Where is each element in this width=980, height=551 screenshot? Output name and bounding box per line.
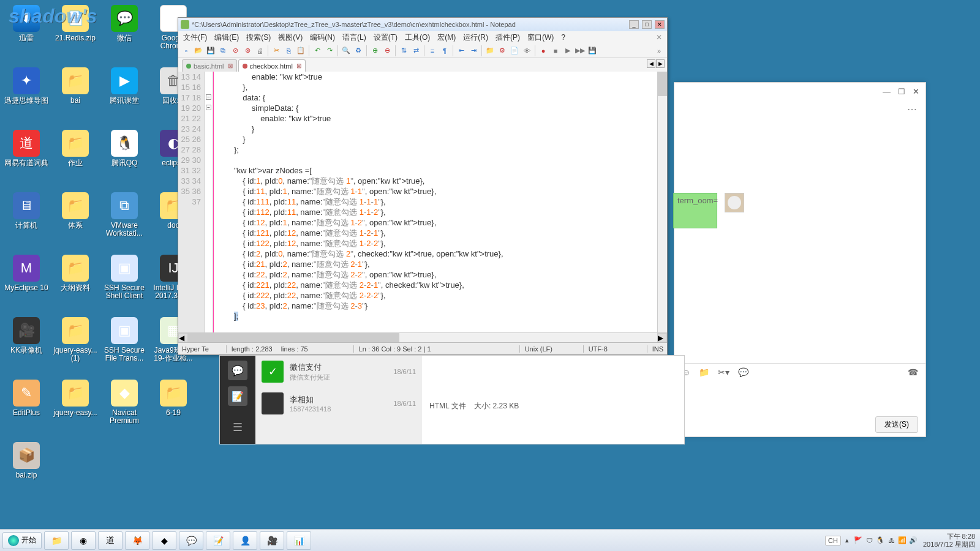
sync-v-icon[interactable]: ⇅ [398, 45, 409, 56]
desktop-icon[interactable]: ◆Navicat Premium [100, 377, 148, 438]
tray-vol-icon[interactable]: 🔊 [908, 536, 918, 545]
taskbar-item[interactable]: 📊 [287, 531, 311, 550]
desktop-icon[interactable]: 📁体系 [51, 190, 99, 251]
taskbar-item[interactable]: 道 [98, 531, 123, 550]
desktop-icon[interactable]: 📦bai.zip [2, 440, 50, 501]
rec-save-icon[interactable]: 💾 [587, 45, 598, 56]
menu-item[interactable]: 宏(M) [437, 32, 456, 43]
menu-item[interactable]: 编码(N) [310, 32, 335, 43]
zoom-in-icon[interactable]: ⊕ [369, 45, 380, 56]
code-text[interactable]: enable: "kw kt">true }, data: { simpleDa… [214, 72, 657, 332]
editor-tab[interactable]: checkbox.html⊠ [238, 59, 306, 72]
close-tab-icon[interactable]: ⊘ [230, 45, 241, 56]
chat-area[interactable] [674, 118, 925, 363]
tray-up-icon[interactable]: ▴ [842, 536, 852, 545]
menu-item[interactable]: 视图(V) [278, 32, 303, 43]
pref-icon[interactable]: ⚙ [497, 45, 508, 56]
closeall-icon[interactable]: ⊗ [242, 45, 253, 56]
rec-fast-icon[interactable]: ▶▶ [575, 45, 586, 56]
chat-bubble-icon[interactable]: 💬 [738, 367, 748, 377]
menu-item[interactable]: 运行(R) [463, 32, 488, 43]
wc-close-icon[interactable]: ✕ [913, 87, 919, 96]
conversation-item[interactable]: 李相如1587423141818/6/11 [255, 388, 422, 419]
tray-wifi-icon[interactable]: 📶 [897, 536, 907, 545]
wc-max-icon[interactable]: ☐ [898, 87, 905, 96]
desktop-icon[interactable]: ✦迅捷思维导图 [2, 65, 50, 126]
tab-prev-icon[interactable]: ◀ [647, 59, 655, 68]
menu-item[interactable]: 设置(T) [374, 32, 398, 43]
zoom-out-icon[interactable]: ⊖ [382, 45, 393, 56]
tab-close-icon[interactable]: ⊠ [296, 62, 301, 69]
menu-item[interactable]: 文件(F) [183, 32, 207, 43]
taskbar-item[interactable]: ◆ [152, 531, 176, 550]
desktop-icon[interactable]: 📁大纲资料 [51, 252, 99, 313]
print-icon[interactable]: 🖨 [254, 45, 265, 56]
editor-tab[interactable]: basic.html⊠ [182, 59, 237, 72]
avatar[interactable] [725, 193, 744, 212]
titlebar[interactable]: *C:\Users\Administrator\Desktop\zTree_zT… [178, 18, 667, 31]
inner-close-icon[interactable]: ✕ [656, 33, 662, 42]
indent-l-icon[interactable]: ⇤ [456, 45, 467, 56]
taskbar-item[interactable]: 📁 [44, 531, 69, 550]
tab-next-icon[interactable]: ▶ [656, 59, 665, 68]
find-icon[interactable]: 🔍 [341, 45, 352, 56]
redo-icon[interactable]: ↷ [324, 45, 335, 56]
desktop-icon[interactable]: ▣SSH Secure File Trans... [100, 315, 148, 376]
replace-icon[interactable]: ♻ [353, 45, 364, 56]
more-icon[interactable]: ⋯ [907, 103, 917, 115]
tray-shield-icon[interactable]: 🛡 [864, 536, 874, 545]
ime-indicator[interactable]: CH [825, 536, 841, 545]
wrap-icon[interactable]: ≡ [427, 45, 438, 56]
desktop-icon[interactable]: 道网易有道词典 [2, 127, 50, 189]
taskbar-item[interactable]: 👤 [233, 531, 257, 550]
h-scrollbar[interactable]: ◀▶ [178, 332, 667, 342]
scissors-icon[interactable]: ✂▾ [718, 367, 729, 377]
taskbar-item[interactable]: ◉ [71, 531, 96, 550]
desktop-icon[interactable]: 🐧腾讯QQ [100, 127, 148, 189]
new-icon[interactable]: ▫ [181, 45, 192, 56]
indent-r-icon[interactable]: ⇥ [468, 45, 479, 56]
doc-icon[interactable]: 📄 [509, 45, 520, 56]
desktop-icon[interactable]: 💬微信 [100, 2, 148, 64]
clock[interactable]: 下午 8:282018/7/12 星期四 [923, 533, 975, 549]
menu-icon[interactable]: ☰ [233, 421, 243, 434]
rec-stop-icon[interactable]: ■ [550, 45, 561, 56]
sync-h-icon[interactable]: ⇄ [410, 45, 421, 56]
menu-item[interactable]: 工具(O) [405, 32, 430, 43]
menu-item[interactable]: 窗口(W) [527, 32, 554, 43]
rec-start-icon[interactable]: ● [538, 45, 549, 56]
desktop-icon[interactable]: 📁jquery-easy... [51, 377, 99, 438]
overflow-icon[interactable]: » [654, 45, 665, 56]
open-icon[interactable]: 📂 [193, 45, 204, 56]
folder-icon[interactable]: 📁 [699, 367, 709, 377]
min-button[interactable]: _ [629, 20, 639, 29]
taskbar-item[interactable]: 🦊 [125, 531, 149, 550]
desktop-icon[interactable]: MMyEclipse 10 [2, 252, 50, 313]
tray-flag-icon[interactable]: 🚩 [853, 536, 863, 545]
allchars-icon[interactable]: ¶ [439, 45, 450, 56]
phone-icon[interactable]: ☎ [908, 367, 918, 377]
desktop-icon[interactable]: ▶腾讯课堂 [100, 65, 148, 126]
tray-qq-icon[interactable]: 🐧 [875, 536, 885, 545]
note-icon[interactable]: 📝 [228, 386, 247, 406]
menu-item[interactable]: 编辑(E) [214, 32, 239, 43]
send-button[interactable]: 发送(S) [875, 416, 918, 433]
desktop-icon[interactable]: 📄21.Redis.zip [51, 2, 99, 64]
desktop-icon[interactable]: ⬇迅雷 [2, 2, 50, 64]
paste-icon[interactable]: 📋 [295, 45, 306, 56]
folder-icon[interactable]: 📁 [484, 45, 496, 56]
desktop-icon[interactable]: 📁jquery-easy... (1) [51, 315, 99, 376]
saveall-icon[interactable]: ⧉ [217, 45, 228, 56]
menu-item[interactable]: 语言(L) [342, 32, 366, 43]
desktop-icon[interactable]: ⧉VMware Workstati... [100, 190, 148, 251]
eye-icon[interactable]: 👁 [521, 45, 532, 56]
conversation-item[interactable]: ✓微信支付微信支付凭证18/6/11 [255, 356, 422, 388]
tray-net-icon[interactable]: 🖧 [886, 536, 896, 545]
desktop-icon[interactable]: 📁bai [51, 65, 99, 126]
menu-item[interactable]: 插件(P) [496, 32, 520, 43]
desktop-icon[interactable]: 🖥计算机 [2, 190, 50, 251]
chats-icon[interactable]: 💬 [228, 361, 247, 380]
cut-icon[interactable]: ✂ [271, 45, 282, 56]
v-scrollbar[interactable] [657, 72, 667, 332]
fold-gutter[interactable]: −− [205, 72, 213, 332]
